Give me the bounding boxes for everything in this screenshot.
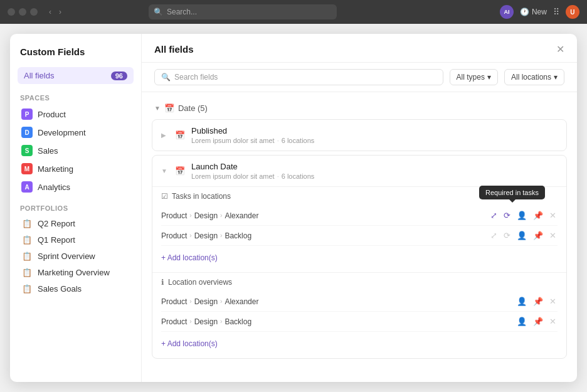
overview-location-row-2: Product › Design › Backlog 👤 📌 ✕ <box>161 312 558 332</box>
location-overviews-section: ℹ Location overviews Product › Design › … <box>152 272 566 358</box>
fields-list: ▼ 📅 Date (5) ▶ 📅 Published Lorem ipsum d… <box>142 92 577 382</box>
remove-icon-4[interactable]: ✕ <box>548 315 558 327</box>
sales-label: Sales <box>38 146 58 156</box>
sidebar-item-development[interactable]: D Development <box>18 124 134 141</box>
global-search-label: Search... <box>167 8 197 16</box>
grid-icon[interactable]: ⠿ <box>553 7 559 17</box>
task-location-actions-2: ⤢ ⟳ 👤 📌 ✕ <box>489 230 558 241</box>
main-content: Custom Fields All fields 96 Spaces P Pro… <box>0 24 587 392</box>
add-task-location-label: + Add location(s) <box>161 253 218 262</box>
sprint-overview-label: Sprint Overview <box>38 252 95 261</box>
marketing-icon: M <box>21 163 33 174</box>
sidebar-item-q2-report[interactable]: 📋 Q2 Report <box>18 216 134 231</box>
back-arrow[interactable]: ‹ <box>46 6 54 18</box>
user-icon-3[interactable]: 👤 <box>516 295 528 307</box>
all-fields-button[interactable]: All fields 96 <box>18 67 134 84</box>
pin-icon-4[interactable]: 📌 <box>532 315 544 327</box>
remove-icon-1[interactable]: ✕ <box>548 209 558 221</box>
add-task-location-button[interactable]: + Add location(s) <box>161 251 558 265</box>
overview-location-row-1: Product › Design › Alexander 👤 📌 ✕ <box>161 292 558 312</box>
sync-icon-1[interactable]: ⟳ <box>502 209 512 221</box>
field-type-icon-published: 📅 <box>175 130 185 140</box>
filter-locations-label: All locations <box>511 73 551 82</box>
sidebar-item-q1-report[interactable]: 📋 Q1 Report <box>18 232 134 248</box>
avatar[interactable]: U <box>566 5 579 19</box>
sidebar-item-sales-goals[interactable]: 📋 Sales Goals <box>18 281 134 297</box>
all-fields-count: 96 <box>111 72 127 80</box>
all-fields-label: All fields <box>24 71 54 80</box>
path-arrow-6: › <box>220 298 222 305</box>
published-field-name: Published <box>191 126 558 135</box>
sales-goals-label: Sales Goals <box>38 284 82 294</box>
remove-icon-2[interactable]: ✕ <box>548 230 558 241</box>
task-location-row-2: Product › Design › Backlog ⤢ ⟳ 👤 📌 <box>161 226 558 246</box>
sidebar-item-sales[interactable]: S Sales <box>18 142 134 159</box>
field-row-published[interactable]: ▶ 📅 Published Lorem ipsum dolor sit amet… <box>152 120 566 151</box>
marketing-overview-label: Marketing Overview <box>38 268 110 277</box>
overviews-header: ℹ Location overviews <box>161 278 558 287</box>
portfolio-icon-q1: 📋 <box>21 235 33 245</box>
pin-icon-3[interactable]: 📌 <box>532 295 544 307</box>
marketing-label: Marketing <box>38 164 73 174</box>
external-link-icon-1[interactable]: ⤢ <box>489 209 499 221</box>
global-search-bar[interactable]: 🔍 Search... <box>149 4 337 19</box>
sync-icon-2[interactable]: ⟳ <box>502 230 512 241</box>
date-group-header[interactable]: ▼ 📅 Date (5) <box>152 100 567 117</box>
sidebar-item-sprint-overview[interactable]: 📋 Sprint Overview <box>18 248 134 264</box>
field-type-icon-launch-date: 📅 <box>175 166 185 176</box>
task-location-row-1: Required in tasks Product › Design › Ale… <box>161 206 558 226</box>
overviews-title: Location overviews <box>168 278 232 287</box>
pin-icon-1[interactable]: 📌 <box>532 209 544 221</box>
sidebar-item-marketing-overview[interactable]: 📋 Marketing Overview <box>18 265 134 280</box>
user-icon-2[interactable]: 👤 <box>516 230 528 241</box>
forward-arrow[interactable]: › <box>56 6 64 18</box>
development-icon: D <box>21 127 33 138</box>
filter-locations-button[interactable]: All locations ▾ <box>504 69 564 85</box>
q2-report-label: Q2 Report <box>38 219 75 228</box>
search-fields-input[interactable]: 🔍 Search fields <box>154 69 443 85</box>
search-icon: 🔍 <box>154 8 163 16</box>
external-link-icon-2[interactable]: ⤢ <box>489 230 499 241</box>
checkbox-icon: ☑ <box>161 192 168 201</box>
sales-icon: S <box>21 145 33 156</box>
portfolio-icon-sales: 📋 <box>21 284 33 294</box>
user-icon-1[interactable]: 👤 <box>516 209 528 221</box>
launch-date-description: Lorem ipsum dolor sit amet <box>191 172 275 180</box>
overview-location-actions-1: 👤 📌 ✕ <box>516 295 558 307</box>
new-button[interactable]: 🕐 New <box>520 8 547 16</box>
user-icon-4[interactable]: 👤 <box>516 315 528 327</box>
info-icon: ℹ <box>161 278 164 287</box>
add-overview-location-button[interactable]: + Add location(s) <box>161 337 558 351</box>
traffic-light-maximize[interactable] <box>30 8 38 16</box>
traffic-lights <box>8 8 38 16</box>
filters-row: 🔍 Search fields All types ▾ All location… <box>142 63 577 92</box>
filter-types-button[interactable]: All types ▾ <box>450 69 498 85</box>
add-overview-location-label: + Add location(s) <box>161 339 218 348</box>
panel-header: All fields ✕ <box>142 34 577 63</box>
sidebar-item-product[interactable]: P Product <box>18 105 134 123</box>
ai-badge[interactable]: AI <box>500 5 514 19</box>
published-description: Lorem ipsum dolor sit amet <box>191 137 275 144</box>
field-row-launch-date[interactable]: ▼ 📅 Launch Date Lorem ipsum dolor sit am… <box>152 156 566 186</box>
traffic-light-close[interactable] <box>8 8 15 16</box>
traffic-light-minimize[interactable] <box>19 8 26 16</box>
remove-icon-3[interactable]: ✕ <box>548 295 558 307</box>
panel-title: All fields <box>154 44 194 55</box>
overview-location-actions-2: 👤 📌 ✕ <box>516 315 558 327</box>
path-arrow-3: › <box>189 232 191 239</box>
portfolio-icon-marketing: 📋 <box>21 268 33 277</box>
sidebar-item-marketing[interactable]: M Marketing <box>18 160 134 177</box>
date-group-chevron: ▼ <box>154 105 161 112</box>
pin-icon-2[interactable]: 📌 <box>532 230 544 241</box>
task-location-actions-1: ⤢ ⟳ 👤 📌 ✕ <box>489 209 558 221</box>
overview-location-path-2: Product › Design › Backlog <box>161 317 516 326</box>
tooltip-text: Required in tasks <box>485 189 539 196</box>
sidebar-item-analytics[interactable]: A Analytics <box>18 178 134 196</box>
launch-date-locations: 6 locations <box>282 172 315 180</box>
path-arrow-8: › <box>220 318 222 325</box>
chevron-down-icon: ▾ <box>487 73 491 82</box>
close-button[interactable]: ✕ <box>556 45 564 55</box>
portfolios-section-label: Portfolios <box>18 204 134 212</box>
path-arrow-2: › <box>220 212 222 219</box>
published-field-meta: Lorem ipsum dolor sit amet · 6 locations <box>191 137 558 144</box>
